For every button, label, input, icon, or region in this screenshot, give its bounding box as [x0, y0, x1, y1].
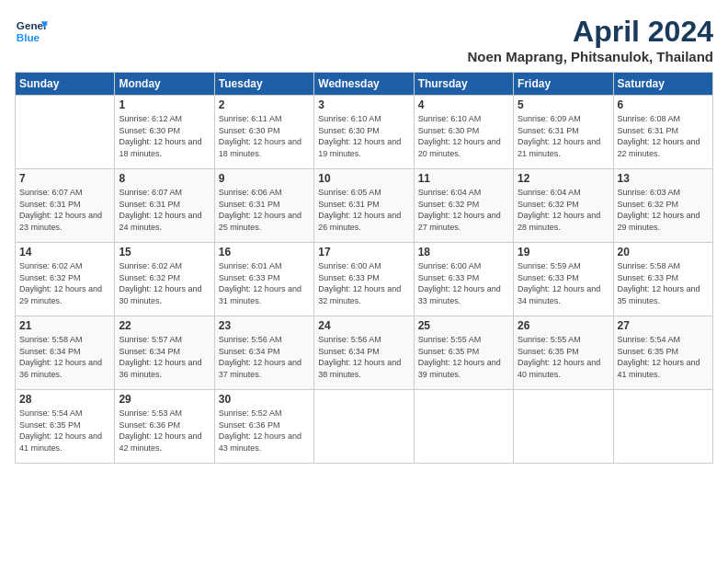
day-number: 4 [418, 98, 509, 111]
day-number: 11 [418, 172, 509, 185]
calendar-cell: 30Sunrise: 5:52 AMSunset: 6:36 PMDayligh… [214, 390, 313, 464]
day-number: 23 [219, 319, 310, 332]
logo-icon: General Blue [15, 15, 48, 48]
calendar-cell [414, 390, 513, 464]
day-detail: Sunrise: 5:57 AMSunset: 6:34 PMDaylight:… [119, 334, 210, 380]
day-number: 10 [318, 172, 409, 185]
day-number: 6 [618, 98, 709, 111]
svg-text:General: General [17, 19, 48, 31]
day-number: 12 [518, 172, 609, 185]
calendar-cell: 13Sunrise: 6:03 AMSunset: 6:32 PMDayligh… [613, 169, 712, 243]
day-detail: Sunrise: 6:11 AMSunset: 6:30 PMDaylight:… [219, 113, 310, 159]
day-detail: Sunrise: 6:07 AMSunset: 6:31 PMDaylight:… [119, 187, 210, 233]
day-number: 22 [119, 319, 210, 332]
calendar-cell: 28Sunrise: 5:54 AMSunset: 6:35 PMDayligh… [16, 390, 115, 464]
day-detail: Sunrise: 6:09 AMSunset: 6:31 PMDaylight:… [518, 113, 609, 159]
day-detail: Sunrise: 6:00 AMSunset: 6:33 PMDaylight:… [418, 260, 509, 306]
month-title: April 2024 [467, 15, 713, 49]
calendar-cell: 15Sunrise: 6:02 AMSunset: 6:32 PMDayligh… [115, 243, 214, 316]
page-header: General Blue April 2024 Noen Maprang, Ph… [15, 15, 713, 64]
calendar-cell: 10Sunrise: 6:05 AMSunset: 6:31 PMDayligh… [314, 169, 414, 243]
calendar-week-row: 14Sunrise: 6:02 AMSunset: 6:32 PMDayligh… [16, 243, 713, 316]
calendar-cell: 17Sunrise: 6:00 AMSunset: 6:33 PMDayligh… [314, 243, 414, 316]
title-block: April 2024 Noen Maprang, Phitsanulok, Th… [467, 15, 713, 64]
day-number: 19 [518, 246, 609, 259]
calendar-cell: 29Sunrise: 5:53 AMSunset: 6:36 PMDayligh… [115, 390, 214, 464]
calendar-cell: 11Sunrise: 6:04 AMSunset: 6:32 PMDayligh… [414, 169, 513, 243]
calendar-week-row: 21Sunrise: 5:58 AMSunset: 6:34 PMDayligh… [16, 316, 713, 390]
day-detail: Sunrise: 5:54 AMSunset: 6:35 PMDaylight:… [618, 334, 709, 380]
calendar-cell: 1Sunrise: 6:12 AMSunset: 6:30 PMDaylight… [115, 96, 214, 169]
calendar-cell: 2Sunrise: 6:11 AMSunset: 6:30 PMDaylight… [214, 96, 313, 169]
day-detail: Sunrise: 6:04 AMSunset: 6:32 PMDaylight:… [418, 187, 509, 233]
day-number: 20 [618, 246, 709, 259]
weekday-header-thursday: Thursday [414, 73, 513, 96]
day-number: 2 [219, 98, 310, 111]
day-number: 18 [418, 246, 509, 259]
day-number: 21 [19, 319, 110, 332]
weekday-header-saturday: Saturday [613, 73, 712, 96]
day-detail: Sunrise: 6:03 AMSunset: 6:32 PMDaylight:… [618, 187, 709, 233]
calendar-cell: 27Sunrise: 5:54 AMSunset: 6:35 PMDayligh… [613, 316, 712, 390]
day-number: 15 [119, 246, 210, 259]
day-detail: Sunrise: 5:53 AMSunset: 6:36 PMDaylight:… [119, 408, 210, 454]
weekday-header-tuesday: Tuesday [214, 73, 313, 96]
day-detail: Sunrise: 6:08 AMSunset: 6:31 PMDaylight:… [618, 113, 709, 159]
day-number: 29 [119, 393, 210, 406]
calendar-cell: 16Sunrise: 6:01 AMSunset: 6:33 PMDayligh… [214, 243, 313, 316]
day-number: 26 [518, 319, 609, 332]
calendar-cell: 21Sunrise: 5:58 AMSunset: 6:34 PMDayligh… [16, 316, 115, 390]
day-detail: Sunrise: 5:55 AMSunset: 6:35 PMDaylight:… [518, 334, 609, 380]
calendar-cell: 7Sunrise: 6:07 AMSunset: 6:31 PMDaylight… [16, 169, 115, 243]
day-number: 17 [318, 246, 409, 259]
calendar-cell [16, 96, 115, 169]
day-number: 8 [119, 172, 210, 185]
calendar-cell: 8Sunrise: 6:07 AMSunset: 6:31 PMDaylight… [115, 169, 214, 243]
calendar-cell: 20Sunrise: 5:58 AMSunset: 6:33 PMDayligh… [613, 243, 712, 316]
calendar-week-row: 1Sunrise: 6:12 AMSunset: 6:30 PMDaylight… [16, 96, 713, 169]
day-detail: Sunrise: 5:54 AMSunset: 6:35 PMDaylight:… [19, 408, 110, 454]
day-number: 1 [119, 98, 210, 111]
day-detail: Sunrise: 5:58 AMSunset: 6:34 PMDaylight:… [19, 334, 110, 380]
day-number: 13 [618, 172, 709, 185]
day-number: 25 [418, 319, 509, 332]
day-number: 14 [19, 246, 110, 259]
day-detail: Sunrise: 6:10 AMSunset: 6:30 PMDaylight:… [418, 113, 509, 159]
day-detail: Sunrise: 5:59 AMSunset: 6:33 PMDaylight:… [518, 260, 609, 306]
day-number: 16 [219, 246, 310, 259]
weekday-header-monday: Monday [115, 73, 214, 96]
day-detail: Sunrise: 5:56 AMSunset: 6:34 PMDaylight:… [318, 334, 409, 380]
day-number: 24 [318, 319, 409, 332]
calendar-cell: 3Sunrise: 6:10 AMSunset: 6:30 PMDaylight… [314, 96, 414, 169]
day-detail: Sunrise: 6:05 AMSunset: 6:31 PMDaylight:… [318, 187, 409, 233]
day-detail: Sunrise: 6:02 AMSunset: 6:32 PMDaylight:… [119, 260, 210, 306]
day-detail: Sunrise: 6:10 AMSunset: 6:30 PMDaylight:… [318, 113, 409, 159]
svg-text:Blue: Blue [17, 31, 40, 43]
day-number: 7 [19, 172, 110, 185]
calendar-cell: 24Sunrise: 5:56 AMSunset: 6:34 PMDayligh… [314, 316, 414, 390]
day-number: 5 [518, 98, 609, 111]
day-detail: Sunrise: 6:00 AMSunset: 6:33 PMDaylight:… [318, 260, 409, 306]
calendar-cell: 26Sunrise: 5:55 AMSunset: 6:35 PMDayligh… [514, 316, 613, 390]
calendar-cell: 19Sunrise: 5:59 AMSunset: 6:33 PMDayligh… [514, 243, 613, 316]
day-number: 28 [19, 393, 110, 406]
day-number: 9 [219, 172, 310, 185]
weekday-header-row: SundayMondayTuesdayWednesdayThursdayFrid… [16, 73, 713, 96]
calendar-table: SundayMondayTuesdayWednesdayThursdayFrid… [15, 72, 713, 464]
day-detail: Sunrise: 5:58 AMSunset: 6:33 PMDaylight:… [618, 260, 709, 306]
calendar-cell [514, 390, 613, 464]
location-title: Noen Maprang, Phitsanulok, Thailand [467, 49, 713, 64]
calendar-cell: 23Sunrise: 5:56 AMSunset: 6:34 PMDayligh… [214, 316, 313, 390]
day-detail: Sunrise: 5:55 AMSunset: 6:35 PMDaylight:… [418, 334, 509, 380]
calendar-cell: 12Sunrise: 6:04 AMSunset: 6:32 PMDayligh… [514, 169, 613, 243]
day-detail: Sunrise: 6:01 AMSunset: 6:33 PMDaylight:… [219, 260, 310, 306]
calendar-cell: 25Sunrise: 5:55 AMSunset: 6:35 PMDayligh… [414, 316, 513, 390]
day-detail: Sunrise: 5:52 AMSunset: 6:36 PMDaylight:… [219, 408, 310, 454]
day-detail: Sunrise: 6:04 AMSunset: 6:32 PMDaylight:… [518, 187, 609, 233]
logo: General Blue [15, 15, 48, 48]
calendar-cell: 6Sunrise: 6:08 AMSunset: 6:31 PMDaylight… [613, 96, 712, 169]
weekday-header-friday: Friday [514, 73, 613, 96]
calendar-cell [613, 390, 712, 464]
calendar-cell: 22Sunrise: 5:57 AMSunset: 6:34 PMDayligh… [115, 316, 214, 390]
calendar-week-row: 28Sunrise: 5:54 AMSunset: 6:35 PMDayligh… [16, 390, 713, 464]
